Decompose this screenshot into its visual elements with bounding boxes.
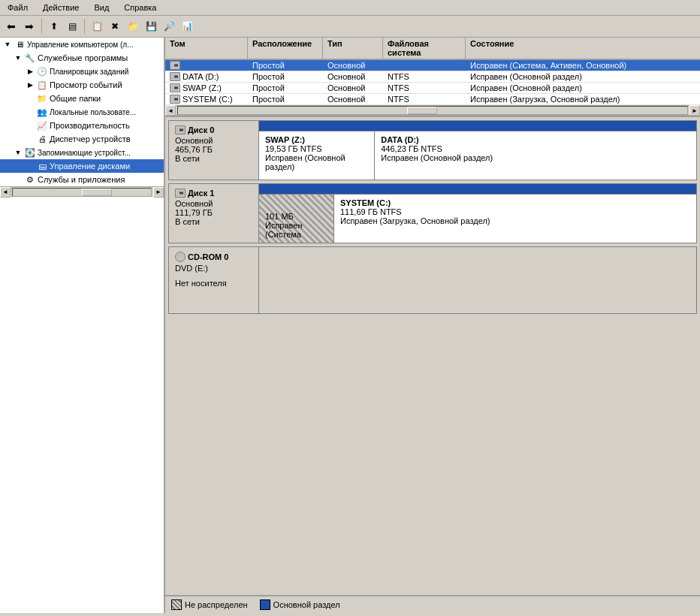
table-row-2[interactable]: SWAP (Z:) Простой Основной NTFS Исправен… [165,83,700,94]
sidebar-scrollbar[interactable]: ◄ ► [0,186,164,197]
td-fs-0 [383,65,466,66]
tree-item-root[interactable]: ▼ 🖥 Управление компьютером (л... [0,38,164,51]
tree-item-diskmgr[interactable]: 🖴 Управление дисками [0,159,164,173]
tree-label-users: Локальные пользовате... [50,108,136,116]
table-scrollbar[interactable]: ◄ ► [165,105,700,116]
tree-item-devmgr[interactable]: 🖨 Диспетчер устройств [0,132,164,146]
td-status-3: Исправен (Загрузка, Основной раздел) [466,94,700,104]
users-icon: 👥 [36,106,48,118]
partition-unallocated-info-1: 101 МБ Исправен (Система [265,212,327,239]
scroll-thumb[interactable] [82,189,112,196]
disk-label-title-1: Диск 1 [175,189,252,198]
disk-label-title-cdrom: CD-ROM 0 [175,252,252,262]
table-scroll-left[interactable]: ◄ [165,105,176,116]
save-button[interactable]: 💾 [143,18,159,35]
vol-label-1: DATA (D:) [183,72,219,81]
expander-shared[interactable] [24,92,36,104]
expander-devmgr[interactable] [24,133,36,145]
disk-panel-0: Диск 0 Основной 465,76 ГБ В сети SWAP (Z… [168,120,697,180]
partition-0-0[interactable]: SWAP (Z:) 19,53 ГБ NTFS Исправен (Основн… [259,131,375,180]
td-type-0: Основной [323,60,383,71]
expander-users[interactable] [24,106,36,118]
table-row-1[interactable]: DATA (D:) Простой Основной NTFS Исправен… [165,71,700,83]
export-button[interactable]: 📋 [89,18,105,35]
tree-item-svcapp[interactable]: ⚙ Службы и приложения [0,173,164,186]
tree-item-storage[interactable]: ▼ 💽 Запоминающие устройст... [0,146,164,159]
disk-name-cdrom: CD-ROM 0 [188,252,228,261]
tree-label-perf: Производительность [50,121,130,130]
perf-icon: 📈 [36,119,48,131]
td-fs-2: NTFS [383,83,466,93]
tree-label-svcapp: Службы и приложения [38,175,125,184]
disk-label-1: Диск 1 Основной 111,79 ГБ В сети [169,184,259,243]
expander-events[interactable]: ▶ [24,79,36,91]
delete-button[interactable]: ✖ [107,18,123,35]
disk-icon-0 [175,125,186,134]
partition-name-1-1: SYSTEM (C:) [340,198,690,207]
expander-storage[interactable]: ▼ [12,146,24,159]
td-status-2: Исправен (Основной раздел) [466,83,700,93]
table-header: Том Расположение Тип Файловая система Со… [165,38,700,60]
forward-button[interactable]: ➡ [21,18,38,35]
menu-view[interactable]: Вид [89,2,113,14]
tree-item-scheduler[interactable]: ▶ 🕒 Планировщик заданий [0,65,164,78]
table-scroll-track[interactable] [177,106,688,115]
td-layout-1: Простой [248,71,323,82]
scroll-track[interactable] [12,188,152,197]
th-volume[interactable]: Том [165,38,248,59]
table-row-0[interactable]: Простой Основной Исправен (Система, Акти… [165,60,700,71]
up-button[interactable]: ⬆ [46,18,62,35]
tree-item-services[interactable]: ▼ 🔧 Служебные программы [0,51,164,65]
menu-help[interactable]: Справка [119,2,161,14]
scroll-right-arrow[interactable]: ► [153,187,164,198]
toolbar-separator-1 [41,19,42,34]
legend-unallocated-label: Не распределен [185,600,248,609]
cdrom-icon [175,252,186,262]
th-fs[interactable]: Файловая система [383,38,466,59]
partition-size-1-0: 101 МБ [265,212,327,221]
expander-perf[interactable] [24,119,36,131]
disk-type-cdrom: DVD (E:) [175,264,252,273]
expander-scheduler[interactable]: ▶ [24,65,36,77]
expander-svcapp[interactable] [12,174,24,186]
search-button[interactable]: 🔎 [161,18,177,35]
td-type-3: Основной [323,94,383,104]
view-button[interactable]: ▤ [64,18,80,35]
th-layout[interactable]: Расположение [248,38,323,59]
table-scroll-thumb[interactable] [407,107,437,114]
properties-button[interactable]: 📁 [125,18,141,35]
disk-size-1: 111,79 ГБ [175,208,252,217]
back-button[interactable]: ⬅ [3,18,20,35]
expander-diskmgr[interactable] [24,160,36,172]
tree-item-shared[interactable]: 📁 Общие папки [0,92,164,105]
chart-button[interactable]: 📊 [179,18,195,35]
th-status[interactable]: Состояние [466,38,700,59]
expander-services[interactable]: ▼ [12,52,24,64]
scroll-left-arrow[interactable]: ◄ [0,187,11,198]
partition-size-1-1: 111,69 ГБ NTFS [340,207,690,216]
drive-icon-3 [170,95,180,104]
disk-partitions-1: 101 МБ Исправен (Система SYSTEM (C:) 111… [259,184,696,243]
main-container: ▼ 🖥 Управление компьютером (л... ▼ 🔧 Слу… [0,38,700,613]
vol-label-3: SYSTEM (C:) [183,95,233,104]
partition-0-1[interactable]: DATA (D:) 446,23 ГБ NTFS Исправен (Основ… [375,131,696,180]
table-area: Том Расположение Тип Файловая система Со… [165,38,700,117]
partition-1-1[interactable]: SYSTEM (C:) 111,69 ГБ NTFS Исправен (Заг… [334,195,696,243]
th-type[interactable]: Тип [323,38,383,59]
expander-root[interactable]: ▼ [2,38,14,50]
tree-item-users[interactable]: 👥 Локальные пользовате... [0,105,164,119]
clock-icon: 🕒 [36,65,48,77]
disk-label-cdrom: CD-ROM 0 DVD (E:) Нет носителя [169,247,259,313]
table-scroll-right[interactable]: ► [689,105,700,116]
tree-item-events[interactable]: ▶ 📋 Просмотр событий [0,78,164,92]
disk-status-1: В сети [175,217,252,226]
table-row-3[interactable]: SYSTEM (C:) Простой Основной NTFS Исправ… [165,94,700,105]
partition-status-0-1: Исправен (Основной раздел) [381,153,690,162]
sidebar: ▼ 🖥 Управление компьютером (л... ▼ 🔧 Слу… [0,38,165,613]
tree-item-perf[interactable]: 📈 Производительность [0,119,164,132]
drive-icon-1 [170,72,180,81]
menu-file[interactable]: Файл [3,2,32,14]
menu-action[interactable]: Действие [38,2,83,14]
td-status-0: Исправен (Система, Активен, Основной) [466,60,700,71]
partition-1-0[interactable]: 101 МБ Исправен (Система [259,195,334,243]
